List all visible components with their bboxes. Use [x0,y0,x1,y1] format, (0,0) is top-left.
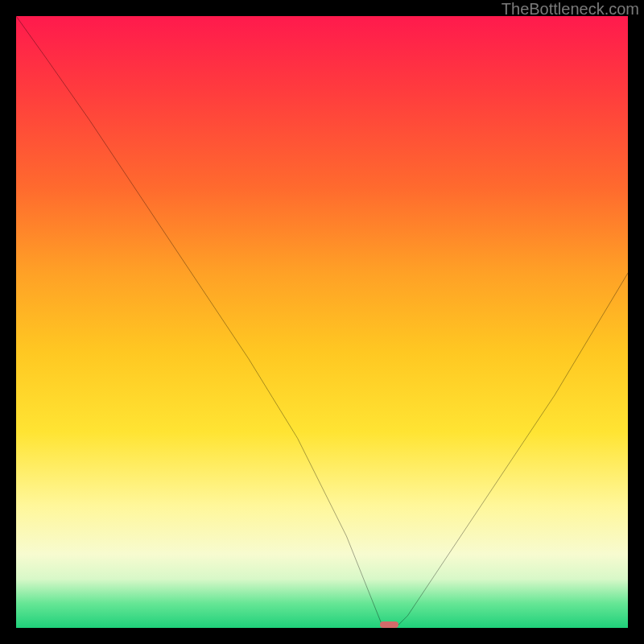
optimal-marker [380,621,398,628]
bottleneck-curve [16,16,628,628]
chart-frame: TheBottleneck.com [0,0,644,644]
plot-area [16,16,628,628]
watermark-label: TheBottleneck.com [502,0,639,19]
